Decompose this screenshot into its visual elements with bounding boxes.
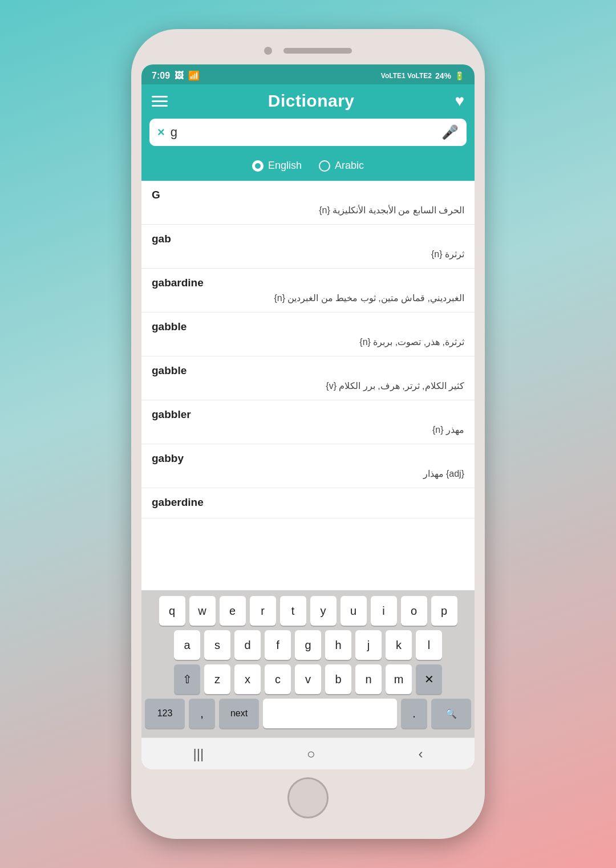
key-y[interactable]: y bbox=[310, 596, 337, 626]
nav-home-icon[interactable]: ○ bbox=[307, 746, 315, 762]
key-z[interactable]: z bbox=[204, 664, 230, 694]
hamburger-line-1 bbox=[152, 96, 168, 98]
phone-camera bbox=[264, 47, 272, 55]
arabic-radio[interactable] bbox=[319, 160, 330, 172]
status-photo-icon: 🖼 bbox=[175, 71, 184, 81]
phone-frame: 7:09 🖼 📶 VoLTE1 VoLTE2 24% 🔋 Dictionary … bbox=[131, 29, 485, 839]
home-button[interactable] bbox=[287, 777, 329, 818]
dict-def-1: ثرثرة {n} bbox=[152, 248, 464, 261]
dict-entry-5[interactable]: gabbler مهذر {n} bbox=[141, 400, 475, 444]
key-l[interactable]: l bbox=[416, 630, 442, 660]
key-backspace[interactable]: ✕ bbox=[416, 664, 442, 694]
mic-button[interactable]: 🎤 bbox=[441, 124, 459, 140]
dict-word-4: gabble bbox=[152, 364, 464, 377]
menu-button[interactable] bbox=[152, 96, 168, 107]
keyboard-row-4: 123 , next . 🔍 bbox=[145, 699, 471, 728]
key-m[interactable]: m bbox=[386, 664, 412, 694]
status-right: VoLTE1 VoLTE2 24% 🔋 bbox=[381, 71, 464, 80]
key-v[interactable]: v bbox=[295, 664, 321, 694]
dict-def-0: الحرف السابع من الأبجدية الأنكليزية {n} bbox=[152, 204, 464, 217]
key-next[interactable]: next bbox=[219, 699, 259, 728]
key-e[interactable]: e bbox=[220, 596, 246, 626]
dict-word-3: gabble bbox=[152, 321, 464, 333]
clear-button[interactable]: × bbox=[157, 125, 165, 140]
status-wifi-icon: 📶 bbox=[188, 70, 200, 81]
hamburger-line-2 bbox=[152, 100, 168, 102]
key-h[interactable]: h bbox=[325, 630, 351, 660]
dict-entry-0[interactable]: G الحرف السابع من الأبجدية الأنكليزية {n… bbox=[141, 181, 475, 225]
dict-entry-6[interactable]: gabby {adj} مهذار bbox=[141, 444, 475, 488]
nav-menu-icon[interactable]: ||| bbox=[193, 746, 204, 762]
dict-entry-2[interactable]: gabardine الغبرديني, قماش متين, ثوب مخيط… bbox=[141, 269, 475, 313]
key-period[interactable]: . bbox=[401, 699, 427, 728]
language-arabic[interactable]: Arabic bbox=[319, 160, 364, 172]
key-j[interactable]: j bbox=[355, 630, 382, 660]
phone-screen: 7:09 🖼 📶 VoLTE1 VoLTE2 24% 🔋 Dictionary … bbox=[141, 64, 475, 769]
hamburger-line-3 bbox=[152, 105, 168, 107]
key-w[interactable]: w bbox=[189, 596, 216, 626]
language-selector: English Arabic bbox=[141, 154, 475, 181]
english-label: English bbox=[268, 160, 302, 172]
keyboard-row-1: q w e r t y u i o p bbox=[145, 596, 471, 626]
dict-entry-7[interactable]: gaberdine bbox=[141, 488, 475, 518]
dict-entry-1[interactable]: gab ثرثرة {n} bbox=[141, 225, 475, 269]
nav-bar: ||| ○ ‹ bbox=[141, 737, 475, 769]
key-b[interactable]: b bbox=[325, 664, 351, 694]
phone-speaker bbox=[283, 48, 352, 54]
dict-def-3: ثرثرة, هذر, تصوت, بربرة {n} bbox=[152, 335, 464, 349]
keyboard: q w e r t y u i o p a s d f g h j k l bbox=[141, 590, 475, 737]
dict-entry-4[interactable]: gabble كثير الكلام, ثرتر, هرف, برر الكلا… bbox=[141, 356, 475, 400]
key-i[interactable]: i bbox=[371, 596, 397, 626]
dictionary-list: G الحرف السابع من الأبجدية الأنكليزية {n… bbox=[141, 181, 475, 590]
key-shift[interactable]: ⇧ bbox=[174, 664, 200, 694]
status-battery: 24% bbox=[435, 71, 451, 80]
key-search[interactable]: 🔍 bbox=[431, 699, 471, 728]
dict-word-2: gabardine bbox=[152, 277, 464, 289]
dict-entry-3[interactable]: gabble ثرثرة, هذر, تصوت, بربرة {n} bbox=[141, 313, 475, 356]
dict-word-5: gabbler bbox=[152, 408, 464, 421]
status-bar: 7:09 🖼 📶 VoLTE1 VoLTE2 24% 🔋 bbox=[141, 64, 475, 84]
key-o[interactable]: o bbox=[401, 596, 427, 626]
search-input[interactable] bbox=[171, 125, 436, 140]
key-a[interactable]: a bbox=[174, 630, 200, 660]
keyboard-row-2: a s d f g h j k l bbox=[145, 630, 471, 660]
key-f[interactable]: f bbox=[265, 630, 291, 660]
key-d[interactable]: d bbox=[234, 630, 261, 660]
key-t[interactable]: t bbox=[280, 596, 306, 626]
search-bar: × 🎤 bbox=[141, 119, 475, 154]
english-radio[interactable] bbox=[252, 160, 264, 172]
key-space[interactable] bbox=[263, 699, 397, 728]
dict-def-2: الغبرديني, قماش متين, ثوب مخيط من الغبرد… bbox=[152, 291, 464, 305]
status-battery-icon: 🔋 bbox=[455, 71, 464, 80]
language-english[interactable]: English bbox=[252, 160, 302, 172]
dict-word-7: gaberdine bbox=[152, 496, 464, 509]
key-p[interactable]: p bbox=[431, 596, 457, 626]
status-signal: VoLTE1 VoLTE2 bbox=[381, 72, 432, 80]
dict-def-6: {adj} مهذار bbox=[152, 467, 464, 481]
key-g[interactable]: g bbox=[295, 630, 321, 660]
phone-top-bar bbox=[141, 39, 475, 62]
key-s[interactable]: s bbox=[204, 630, 230, 660]
search-input-container: × 🎤 bbox=[149, 119, 467, 146]
key-r[interactable]: r bbox=[250, 596, 276, 626]
keyboard-row-3: ⇧ z x c v b n m ✕ bbox=[145, 664, 471, 694]
key-123[interactable]: 123 bbox=[145, 699, 185, 728]
arabic-label: Arabic bbox=[335, 160, 364, 172]
key-n[interactable]: n bbox=[355, 664, 382, 694]
status-time: 7:09 bbox=[152, 71, 170, 81]
dict-word-1: gab bbox=[152, 233, 464, 245]
key-comma[interactable]: , bbox=[189, 699, 215, 728]
dict-word-0: G bbox=[152, 189, 464, 201]
key-x[interactable]: x bbox=[234, 664, 261, 694]
key-u[interactable]: u bbox=[341, 596, 367, 626]
key-k[interactable]: k bbox=[386, 630, 412, 660]
nav-back-icon[interactable]: ‹ bbox=[419, 746, 423, 762]
favorite-button[interactable]: ♥ bbox=[455, 92, 464, 110]
dict-def-5: مهذر {n} bbox=[152, 423, 464, 437]
key-q[interactable]: q bbox=[159, 596, 185, 626]
app-title: Dictionary bbox=[268, 91, 355, 111]
key-c[interactable]: c bbox=[265, 664, 291, 694]
dict-word-6: gabby bbox=[152, 452, 464, 465]
app-header: Dictionary ♥ bbox=[141, 84, 475, 119]
phone-bottom bbox=[141, 769, 475, 822]
